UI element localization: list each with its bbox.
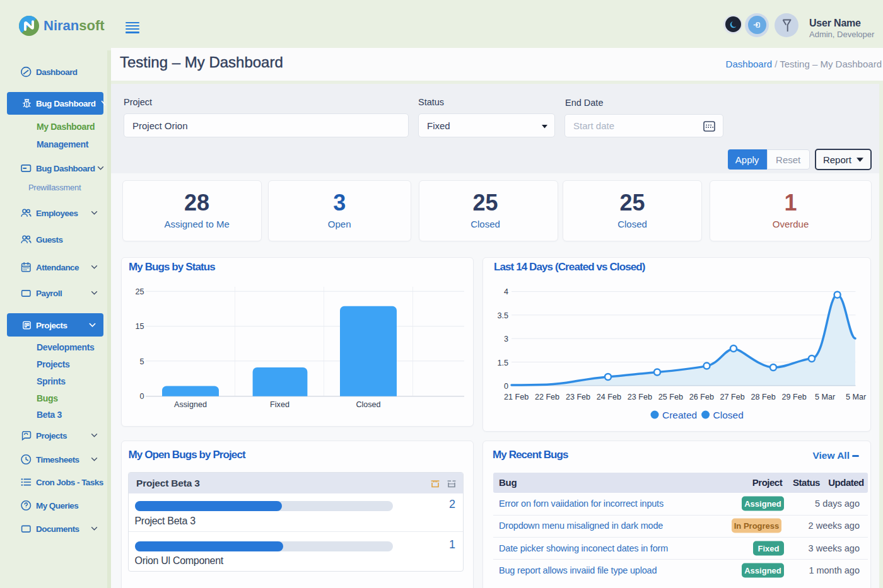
- svg-text:Created: Created: [662, 410, 697, 420]
- svg-text:3.5: 3.5: [497, 311, 508, 320]
- svg-text:Closed: Closed: [356, 400, 380, 409]
- svg-text:1.5: 1.5: [497, 359, 508, 367]
- svg-text:0: 0: [504, 382, 508, 391]
- svg-text:26 Feb: 26 Feb: [689, 393, 714, 401]
- svg-text:Assigned: Assigned: [174, 400, 207, 409]
- svg-text:23 Feb: 23 Feb: [628, 393, 652, 401]
- svg-text:22 Feb: 22 Feb: [535, 393, 559, 401]
- svg-text:21 Feb: 21 Feb: [504, 393, 529, 401]
- svg-text:Fixed: Fixed: [270, 400, 289, 409]
- svg-text:Closed: Closed: [713, 410, 744, 420]
- svg-text:3: 3: [504, 335, 508, 343]
- svg-text:25 Feb: 25 Feb: [658, 393, 683, 401]
- svg-text:27 Feb: 27 Feb: [720, 393, 745, 401]
- svg-text:5 Mar: 5 Mar: [815, 393, 835, 401]
- svg-text:25: 25: [136, 287, 144, 296]
- svg-text:29 Feb: 29 Feb: [781, 393, 806, 401]
- svg-text:5: 5: [140, 357, 144, 366]
- svg-text:24 Feb: 24 Feb: [597, 393, 621, 401]
- svg-text:4: 4: [504, 287, 508, 296]
- svg-text:5 Mar: 5 Mar: [846, 393, 866, 401]
- svg-text:28 Feb: 28 Feb: [751, 393, 776, 401]
- svg-text:0: 0: [140, 392, 144, 401]
- svg-text:15: 15: [136, 322, 144, 331]
- svg-text:23 Feb: 23 Feb: [566, 393, 590, 401]
